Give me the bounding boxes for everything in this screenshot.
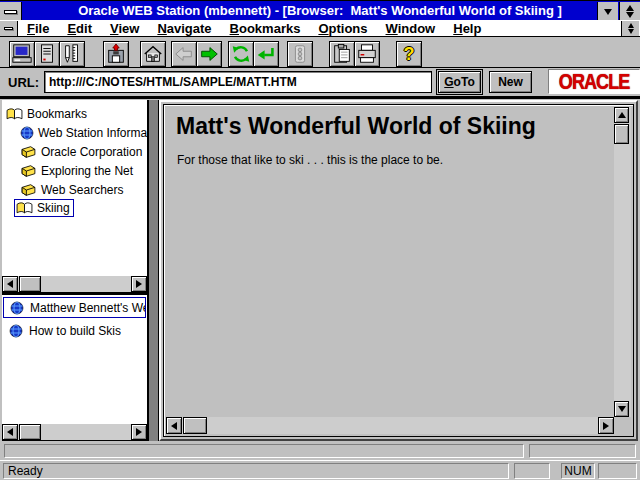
server-button[interactable] <box>34 41 60 67</box>
scroll-thumb[interactable] <box>19 276 41 292</box>
window-title: Oracle WEB Station (mbennett) - [Browser… <box>0 3 640 18</box>
status-cell-2 <box>598 463 637 479</box>
pages-horizontal-scrollbar[interactable] <box>2 424 147 440</box>
return-button[interactable] <box>253 41 279 67</box>
toolbar: ? <box>0 37 640 68</box>
closed-book-icon <box>20 183 37 197</box>
scroll-right-button[interactable] <box>131 424 147 440</box>
scroll-up-button[interactable] <box>614 107 629 123</box>
help-button[interactable]: ? <box>396 41 422 67</box>
menu-help[interactable]: Help <box>444 21 490 36</box>
computer-button[interactable] <box>9 41 35 67</box>
minimize-icon <box>604 9 612 15</box>
up-arrow-icon <box>618 112 626 118</box>
bookmark-item[interactable]: Oracle Corporation <box>20 142 142 161</box>
info-panel <box>4 444 524 458</box>
menu-options[interactable]: Options <box>309 21 376 36</box>
bookmark-item[interactable]: Web Searchers <box>20 180 123 199</box>
ruler-button[interactable] <box>59 41 85 67</box>
scroll-thumb[interactable] <box>19 424 41 440</box>
bookmark-label: Skiing <box>37 201 70 215</box>
right-arrow-icon <box>136 280 142 288</box>
panel-splitter[interactable] <box>148 100 159 441</box>
document-paragraph: For those that like to ski . . . this is… <box>177 153 443 167</box>
menu-file[interactable]: File <box>18 21 58 36</box>
oracle-logo: ORACLE <box>548 69 640 94</box>
menu-edit[interactable]: Edit <box>58 21 101 36</box>
url-input[interactable] <box>44 71 432 93</box>
globe-icon <box>10 301 24 315</box>
reload-button[interactable] <box>228 41 254 67</box>
page-item-selected[interactable]: Matthew Bennett's Web Pa <box>3 297 146 318</box>
scroll-right-button[interactable] <box>131 276 147 292</box>
menu-navigate[interactable]: Navigate <box>148 21 220 36</box>
status-message: Ready <box>3 463 509 479</box>
status-cell-1 <box>514 463 550 479</box>
selection-outline: Skiing <box>14 199 74 217</box>
restore-down-icon <box>626 12 634 18</box>
stop-button[interactable] <box>287 41 313 67</box>
left-arrow-icon <box>171 422 177 430</box>
document-restore-button[interactable] <box>621 21 639 36</box>
back-arrow-icon <box>173 43 195 65</box>
document-heading: Matt's Wonderful World of Skiing <box>176 113 536 140</box>
scroll-right-button[interactable] <box>598 417 614 434</box>
scroll-left-button[interactable] <box>2 424 18 440</box>
left-arrow-icon <box>7 428 13 436</box>
print-button[interactable] <box>354 41 380 67</box>
divider <box>0 96 640 99</box>
home-icon <box>142 43 164 65</box>
document-horizontal-scrollbar[interactable] <box>166 417 614 434</box>
open-book-icon <box>16 201 33 215</box>
minimize-button[interactable] <box>597 2 618 21</box>
open-book-icon <box>6 107 23 121</box>
bookmark-item[interactable]: Exploring the Net <box>20 161 133 180</box>
menu-bookmarks[interactable]: Bookmarks <box>221 21 310 36</box>
clipboard-button[interactable] <box>329 41 355 67</box>
menu-window[interactable]: Window <box>377 21 445 36</box>
right-arrow-icon <box>136 428 142 436</box>
document-area: Matt's Wonderful World of Skiing For tho… <box>163 104 634 437</box>
reload-icon <box>230 43 252 65</box>
scroll-thumb[interactable] <box>614 124 629 144</box>
menu-bar: File Edit View Navigate Bookmarks Option… <box>0 20 640 37</box>
back-button[interactable] <box>171 41 197 67</box>
bookmark-item[interactable]: Web Station Information <box>20 123 148 142</box>
bookmark-root[interactable]: Bookmarks <box>6 104 87 123</box>
new-button[interactable]: New <box>489 71 532 93</box>
down-arrow-icon <box>618 406 626 412</box>
scroll-left-button[interactable] <box>166 417 182 434</box>
browser-view: Matt's Wonderful World of Skiing For tho… <box>159 100 638 441</box>
page-label: Matthew Bennett's Web Pa <box>30 301 146 315</box>
scroll-thumb[interactable] <box>183 417 207 434</box>
floppy-disk-icon <box>105 43 127 65</box>
bookmark-item-selected[interactable]: Skiing <box>14 198 74 217</box>
system-menu-button[interactable] <box>0 2 22 21</box>
forward-arrow-icon <box>198 43 220 65</box>
left-arrow-icon <box>7 280 13 288</box>
bookmarks-panel: Bookmarks Web Station Information Oracle… <box>2 100 148 292</box>
bookmark-label: Web Searchers <box>41 183 123 197</box>
home-button[interactable] <box>140 41 166 67</box>
page-item[interactable]: How to build Skis <box>9 321 121 340</box>
bookmark-label: Web Station Information <box>38 126 148 140</box>
url-label: URL: <box>8 75 39 90</box>
bookmarks-horizontal-scrollbar[interactable] <box>2 276 147 292</box>
help-question-icon: ? <box>404 45 415 63</box>
application-window: Oracle WEB Station (mbennett) - [Browser… <box>0 0 640 480</box>
restore-button[interactable] <box>619 2 640 21</box>
closed-book-icon <box>20 145 37 159</box>
url-bar: URL: GoTo New ORACLE <box>0 68 640 96</box>
scroll-left-button[interactable] <box>2 276 18 292</box>
bookmark-label: Bookmarks <box>27 107 87 121</box>
document-vertical-scrollbar[interactable] <box>614 107 631 417</box>
goto-button[interactable]: GoTo <box>438 71 481 93</box>
right-arrow-icon <box>603 422 609 430</box>
scroll-down-button[interactable] <box>614 401 629 417</box>
forward-button[interactable] <box>196 41 222 67</box>
open-file-button[interactable] <box>103 41 129 67</box>
menu-view[interactable]: View <box>101 21 148 36</box>
globe-icon <box>20 126 34 140</box>
document-control-menu-button[interactable] <box>0 21 18 36</box>
scrollbar-corner <box>614 417 631 434</box>
